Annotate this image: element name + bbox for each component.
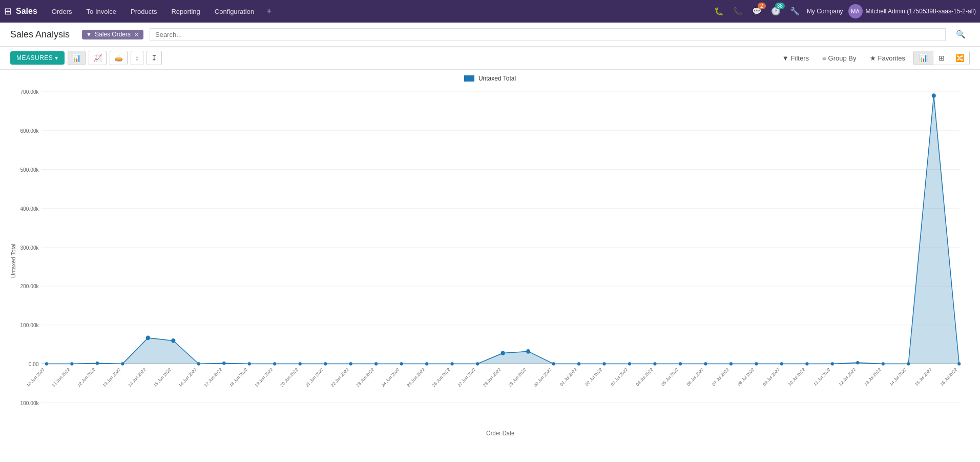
svg-text:200.00k: 200.00k — [20, 283, 39, 289]
user-info[interactable]: MA Mitchell Admin (17505398-saas-15-2-al… — [848, 4, 976, 18]
pie-chart-button[interactable]: 🥧 — [110, 51, 128, 65]
nav-reporting[interactable]: Reporting — [165, 5, 206, 18]
measures-dropdown-icon: ▾ — [55, 54, 58, 62]
svg-text:13 Jul 2022: 13 Jul 2022 — [863, 367, 882, 387]
avatar: MA — [848, 4, 863, 18]
app-grid-icon[interactable]: ⊞ — [4, 6, 12, 17]
svg-text:10 Jul 2022: 10 Jul 2022 — [787, 367, 806, 387]
svg-text:19 Jun 2022: 19 Jun 2022 — [254, 367, 274, 388]
svg-text:Order Date: Order Date — [486, 430, 514, 435]
grid-view-button[interactable]: ⊞ — [933, 51, 950, 65]
search-input[interactable] — [150, 28, 946, 41]
favorites-button[interactable]: ★ Favorites — [865, 51, 910, 65]
measures-button[interactable]: MEASURES ▾ — [10, 51, 65, 65]
svg-text:25 Jun 2022: 25 Jun 2022 — [406, 367, 426, 388]
nav-orders[interactable]: Orders — [46, 5, 78, 18]
nav-add-button[interactable]: + — [262, 4, 276, 19]
svg-point-36 — [451, 362, 454, 366]
nav-products[interactable]: Products — [124, 5, 163, 18]
filter-tag-label: Sales Orders — [95, 31, 131, 38]
user-name: Mitchell Admin (17505398-saas-15-2-all) — [866, 8, 976, 15]
svg-point-29 — [273, 362, 276, 366]
svg-text:300.00k: 300.00k — [20, 244, 39, 250]
bar-chart-button[interactable]: 📊 — [68, 51, 86, 65]
svg-text:13 Jun 2022: 13 Jun 2022 — [102, 367, 122, 388]
svg-point-21 — [70, 362, 73, 366]
svg-point-22 — [96, 361, 99, 365]
company-name[interactable]: My Company — [807, 8, 843, 15]
svg-text:500.00k: 500.00k — [20, 167, 39, 173]
chat-badge: 2 — [758, 3, 766, 9]
app-name[interactable]: Sales — [16, 7, 37, 16]
svg-point-37 — [476, 362, 479, 366]
phone-icon[interactable]: 📞 — [731, 5, 745, 18]
line-chart-button[interactable]: 📈 — [89, 51, 107, 65]
svg-point-33 — [374, 362, 378, 366]
svg-text:100.00k: 100.00k — [20, 322, 39, 328]
svg-point-34 — [400, 362, 403, 366]
svg-text:15 Jun 2022: 15 Jun 2022 — [153, 367, 173, 388]
clock-badge: 38 — [775, 3, 785, 9]
svg-text:07 Jul 2022: 07 Jul 2022 — [711, 367, 730, 387]
star-icon: ★ — [870, 54, 876, 62]
svg-point-39 — [526, 349, 530, 354]
page-header: Sales Analysis ▼ Sales Orders ✕ 🔍 — [0, 23, 980, 47]
filters-button[interactable]: ▼ Filters — [777, 51, 814, 65]
svg-point-46 — [704, 362, 707, 366]
filter-tag: ▼ Sales Orders ✕ — [82, 30, 143, 39]
svg-text:14 Jun 2022: 14 Jun 2022 — [127, 367, 147, 388]
chat-icon[interactable]: 💬 2 — [750, 5, 764, 18]
svg-text:06 Jul 2022: 06 Jul 2022 — [686, 367, 705, 387]
svg-text:12 Jul 2022: 12 Jul 2022 — [838, 367, 857, 387]
sort-desc-button[interactable]: ↧ — [147, 51, 162, 65]
svg-text:16 Jul 2022: 16 Jul 2022 — [939, 367, 958, 387]
svg-point-26 — [197, 362, 200, 366]
svg-text:23 Jun 2022: 23 Jun 2022 — [355, 367, 375, 388]
svg-point-44 — [653, 362, 656, 366]
filter-icon: ▼ — [782, 54, 789, 62]
svg-point-54 — [907, 362, 910, 366]
svg-point-45 — [679, 362, 682, 366]
nav-to-invoice[interactable]: To Invoice — [80, 5, 123, 18]
svg-point-40 — [552, 362, 555, 366]
svg-point-41 — [577, 362, 580, 366]
clock-icon[interactable]: 🕐 38 — [769, 5, 783, 18]
svg-point-27 — [222, 361, 225, 365]
svg-text:05 Jul 2022: 05 Jul 2022 — [660, 367, 679, 387]
svg-point-55 — [932, 93, 936, 98]
svg-text:24 Jun 2022: 24 Jun 2022 — [381, 367, 401, 388]
debug-icon[interactable]: 🐛 — [712, 5, 726, 18]
svg-text:20 Jun 2022: 20 Jun 2022 — [279, 367, 299, 388]
top-nav: ⊞ Sales Orders To Invoice Products Repor… — [0, 0, 980, 23]
search-button[interactable]: 🔍 — [952, 28, 970, 41]
svg-point-28 — [248, 362, 251, 366]
pivot-view-button[interactable]: 🔀 — [950, 51, 969, 65]
group-by-icon: ≡ — [822, 54, 826, 62]
svg-point-30 — [299, 362, 302, 366]
svg-text:11 Jul 2022: 11 Jul 2022 — [812, 367, 831, 387]
svg-point-20 — [45, 362, 48, 366]
nav-configuration[interactable]: Configuration — [208, 5, 260, 18]
svg-text:10 Jun 2022: 10 Jun 2022 — [26, 367, 46, 388]
filter-funnel-icon: ▼ — [86, 31, 92, 37]
svg-point-24 — [146, 336, 150, 340]
svg-text:08 Jul 2022: 08 Jul 2022 — [737, 367, 756, 387]
group-by-button[interactable]: ≡ Group By — [817, 51, 862, 65]
page-title: Sales Analysis — [10, 29, 70, 40]
wrench-icon[interactable]: 🔧 — [788, 5, 802, 18]
svg-text:02 Jul 2022: 02 Jul 2022 — [585, 367, 603, 387]
svg-text:14 Jul 2022: 14 Jul 2022 — [888, 367, 907, 387]
sort-asc-button[interactable]: ↕ — [131, 51, 143, 65]
chart-area: 700.00k 600.00k 500.00k 400.00k 300.00k … — [20, 86, 970, 435]
svg-text:11 Jun 2022: 11 Jun 2022 — [51, 367, 71, 388]
svg-point-32 — [349, 362, 352, 366]
svg-text:26 Jun 2022: 26 Jun 2022 — [431, 367, 451, 388]
svg-point-31 — [324, 362, 327, 366]
svg-text:0.00: 0.00 — [29, 361, 39, 367]
svg-text:400.00k: 400.00k — [20, 205, 39, 211]
svg-text:04 Jul 2022: 04 Jul 2022 — [635, 367, 654, 387]
toolbar: MEASURES ▾ 📊 📈 🥧 ↕ ↧ ▼ Filters ≡ Group B… — [0, 47, 980, 70]
svg-text:17 Jun 2022: 17 Jun 2022 — [203, 367, 223, 388]
bar-view-button[interactable]: 📊 — [914, 51, 933, 65]
filter-remove-button[interactable]: ✕ — [134, 31, 139, 38]
